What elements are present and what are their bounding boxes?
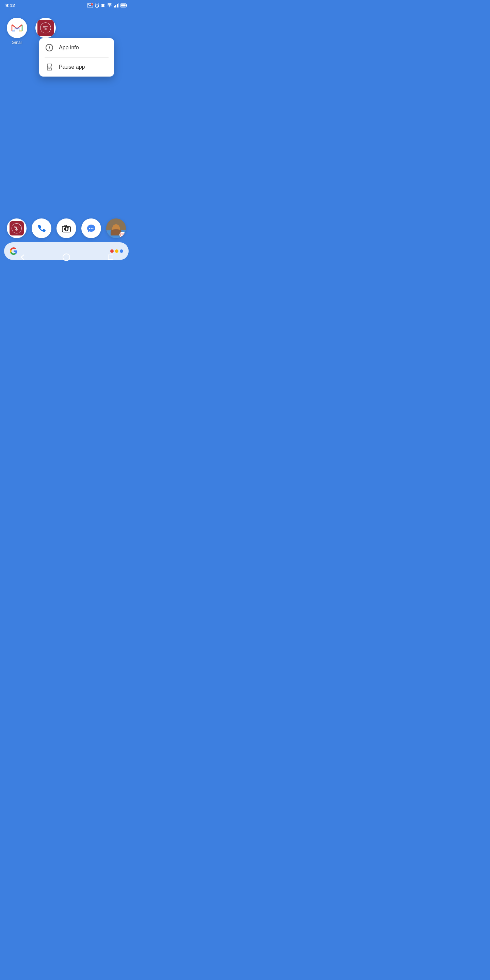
recents-square-icon <box>108 255 113 260</box>
svg-point-14 <box>68 227 69 228</box>
svg-rect-6 <box>117 4 118 8</box>
svg-point-16 <box>91 228 92 229</box>
svg-rect-4 <box>114 6 115 8</box>
svg-point-11 <box>64 227 68 231</box>
bottom-dock: My+Ⓡ <box>0 218 133 238</box>
my-app-inner: My+Ⓡ <box>37 20 54 36</box>
svg-rect-13 <box>65 225 67 227</box>
my-app-badge: My+Ⓡ <box>40 22 51 33</box>
alarm-icon <box>95 3 99 8</box>
svg-point-12 <box>65 228 67 230</box>
messages-dock-icon[interactable] <box>81 218 101 238</box>
svg-rect-3 <box>102 4 104 7</box>
vibrate-icon <box>101 3 105 8</box>
wifi-icon <box>107 3 112 8</box>
info-icon: i <box>45 43 53 52</box>
back-button[interactable] <box>15 250 29 264</box>
home-circle-icon <box>63 253 70 261</box>
my-app-dock-icon[interactable]: My+Ⓡ <box>7 218 27 238</box>
svg-point-17 <box>92 228 94 229</box>
svg-rect-9 <box>121 5 126 6</box>
back-arrow-icon <box>19 254 25 261</box>
hourglass-icon <box>45 63 53 71</box>
gmail-label: Gmail <box>11 40 22 45</box>
my-app[interactable]: My+Ⓡ <box>35 18 56 38</box>
app-info-menu-item[interactable]: i App info <box>39 38 114 57</box>
messages-icon <box>86 223 96 234</box>
status-time: 9:12 <box>5 3 15 8</box>
signal-icon <box>114 3 119 8</box>
pause-app-label: Pause app <box>59 64 85 70</box>
context-menu: i App info Pause app <box>39 38 114 76</box>
gmail-app[interactable]: Gmail <box>7 18 27 45</box>
svg-point-15 <box>89 228 90 229</box>
info-circle-icon: i <box>46 44 53 51</box>
my-app-dock-badge: My+Ⓡ <box>11 223 22 234</box>
my-app-dock-inner: My+Ⓡ <box>10 221 24 235</box>
gmail-icon-circle[interactable] <box>7 18 27 38</box>
avatar-image <box>106 218 126 238</box>
camera-icon <box>62 224 71 233</box>
my-app-icon-circle[interactable]: My+Ⓡ <box>35 18 56 38</box>
avatar-dock-icon[interactable] <box>106 218 126 238</box>
phone-dock-icon[interactable] <box>32 218 51 238</box>
svg-rect-5 <box>115 5 116 8</box>
status-icons <box>88 3 127 8</box>
status-bar: 9:12 <box>0 0 133 10</box>
pause-app-menu-item[interactable]: Pause app <box>39 57 114 76</box>
hourglass-svg <box>46 63 53 71</box>
email-notification-icon <box>88 3 93 8</box>
gmail-icon <box>11 23 23 33</box>
nav-bar <box>0 250 133 266</box>
app-info-label: App info <box>59 45 79 51</box>
camera-dock-icon[interactable] <box>56 218 76 238</box>
svg-point-1 <box>91 3 93 5</box>
svg-rect-7 <box>118 3 119 8</box>
battery-icon <box>121 3 127 8</box>
home-button[interactable] <box>60 250 73 264</box>
recents-button[interactable] <box>104 250 118 264</box>
phone-icon <box>37 224 46 233</box>
